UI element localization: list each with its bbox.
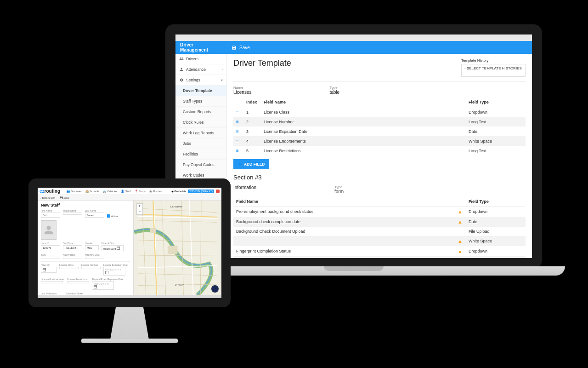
map-panel[interactable]: Lancaster LYNDON + − <box>133 201 221 295</box>
svg-rect-16 <box>150 228 156 233</box>
camera-dot <box>353 28 355 30</box>
restrictions-input[interactable] <box>67 281 89 283</box>
sidebar-item-attendance[interactable]: Attendance › <box>175 64 226 75</box>
drag-handle-icon[interactable]: ≡ <box>233 126 243 136</box>
table-row[interactable]: Fingerprint Completion Status▲Dropdown <box>233 246 526 256</box>
app-title-bar: Driver Management <box>175 41 227 54</box>
save-icon <box>232 45 237 50</box>
warning-icon: ▲ <box>455 207 466 217</box>
table-row[interactable]: ≡5License RestrictionsLong Text <box>233 146 526 155</box>
zoom-control: + − <box>136 203 143 215</box>
hourly-rate-input[interactable] <box>63 257 82 259</box>
table-row[interactable]: ≡2License NumberLong Text <box>233 117 526 126</box>
sidebar-label: Settings <box>186 78 200 82</box>
nav-stops[interactable]: 📍Stops <box>135 190 146 193</box>
user-menu-icon[interactable] <box>216 190 220 193</box>
col-field-type: Field Type <box>466 197 526 207</box>
drag-handle-icon[interactable]: ≡ <box>233 117 243 126</box>
section-3-title: Section #3 <box>233 174 526 181</box>
middle-name-input[interactable] <box>63 213 82 215</box>
sidebar-item-settings[interactable]: Settings ▾ <box>175 75 226 86</box>
name-label: Name <box>233 86 251 90</box>
app-title: Driver Management <box>180 42 222 52</box>
dob-input[interactable]: 03/19/1998 <box>102 245 124 251</box>
section3-type-value: form <box>334 189 344 194</box>
ssn-input[interactable] <box>41 257 60 259</box>
license-class-input[interactable] <box>59 267 79 269</box>
map-area-label: LYNDON <box>175 283 184 286</box>
gender-select[interactable]: Male <box>85 245 99 250</box>
page-title: Driver Template <box>233 58 291 68</box>
section3-name-value: Information <box>233 185 256 190</box>
drag-handle-icon[interactable]: ≡ <box>233 107 243 117</box>
sidebar-sub-custom-reports[interactable]: Custom Reports <box>175 107 226 117</box>
sidebar-item-drivers[interactable]: Drivers <box>175 54 226 64</box>
school-year-badge[interactable]: 2023-2024 (DEFAULT) <box>188 190 214 193</box>
save-button[interactable]: 💾 Save <box>60 196 69 199</box>
nav-staff[interactable]: 👤Staff <box>121 190 130 193</box>
warning-icon: ▲ <box>455 217 466 227</box>
sidebar-sub-clock-rules[interactable]: Clock Rules <box>175 117 226 128</box>
table-row[interactable]: ≡1License ClassDropdown <box>233 107 526 117</box>
table-row[interactable]: ▲White Space <box>233 236 526 246</box>
back-to-list-button[interactable]: ‹ Back to List <box>40 196 55 199</box>
guide-me-button[interactable]: ◉ Guide Me <box>171 190 187 193</box>
col-field-name: Field Name <box>233 197 455 207</box>
section-info: Information Type form Field Name Field T… <box>233 181 526 258</box>
active-checkbox[interactable]: Active <box>107 214 118 218</box>
nav-schools[interactable]: 🏫Schools <box>85 190 99 193</box>
browser-toolbar <box>175 34 532 41</box>
sidebar-label: Attendance <box>186 67 206 72</box>
sidebar-sub-worklog-reports[interactable]: Work Log Reports <box>175 128 226 138</box>
locate-button[interactable] <box>211 285 219 293</box>
zoom-in-button[interactable]: + <box>137 204 142 209</box>
physical-exp-input[interactable]: MM/DD/YYYY <box>92 281 114 290</box>
nav-routes[interactable]: 🛣Routes <box>149 190 162 193</box>
sidebar-sub-facilities[interactable]: Facilities <box>175 149 226 160</box>
warning-icon: ▲ <box>455 246 466 256</box>
type-label: Type <box>329 86 339 90</box>
section3-type-label: Type <box>334 185 344 189</box>
last-name-input[interactable]: Jones <box>85 213 104 218</box>
nav-students[interactable]: 👥Students <box>67 190 82 193</box>
license-number-input[interactable] <box>81 267 101 269</box>
table-row[interactable]: ≡4License EndorsementsWhite Space <box>233 136 526 146</box>
sidebar-sub-driver-template[interactable]: Driver Template <box>175 86 226 96</box>
staff-form: New Staff First NameBob Middle Name Last… <box>38 201 133 295</box>
table-row[interactable]: ≡3License Expiration DateDate <box>233 126 526 136</box>
drag-handle-icon[interactable]: ≡ <box>233 146 243 155</box>
table-row[interactable]: Background Check Document UploadFile Upl… <box>233 227 526 236</box>
map-canvas <box>134 201 221 295</box>
col-index: Index <box>243 98 261 107</box>
endorsements-input[interactable] <box>41 281 63 283</box>
section-licenses: Name Licenses Type table Index Field Nam… <box>233 81 526 169</box>
zoom-out-button[interactable]: − <box>137 209 142 214</box>
nav-vehicles[interactable]: 🚌Vehicles <box>103 190 117 193</box>
map-city-label: Lancaster <box>170 205 182 208</box>
licenses-table: Index Field Name Field Type ≡1License Cl… <box>233 98 526 155</box>
table-row[interactable]: Pre-employment background check status▲D… <box>233 207 526 217</box>
person-icon <box>44 225 54 235</box>
warning-icon: ▲ <box>455 236 466 246</box>
license-exp-input[interactable]: MM/DD/YYYY <box>103 267 125 276</box>
people-alt-icon <box>179 67 184 72</box>
people-icon <box>179 57 184 61</box>
staff-type-select[interactable]: - SELECT - <box>63 245 82 250</box>
table-row[interactable]: Background check completion date▲Date <box>233 217 526 227</box>
sidebar-sub-pay-object-codes[interactable]: Pay Object Codes <box>175 160 226 170</box>
gear-icon <box>179 78 184 82</box>
local-id-input[interactable]: 124779 <box>41 245 60 250</box>
first-name-input[interactable]: Bob <box>41 213 60 218</box>
sidebar-sub-jobs[interactable]: Jobs <box>175 138 226 149</box>
save-button[interactable]: Save <box>239 45 250 50</box>
add-field-button[interactable]: ＋ADD FIELD <box>233 159 269 169</box>
table-row[interactable]: Fingerprint Document UploadFile Upload <box>233 256 526 258</box>
sidebar-sub-staff-types[interactable]: Staff Types <box>175 96 226 107</box>
col-field-name: Field Name <box>261 98 466 107</box>
template-history-select[interactable]: - SELECT TEMPLATE HISTORIES - <box>461 64 526 77</box>
hired-on-input[interactable] <box>41 267 57 273</box>
sidebar-label: Drivers <box>186 57 198 61</box>
drag-handle-icon[interactable]: ≡ <box>233 136 243 146</box>
hire-date-input[interactable] <box>85 257 104 259</box>
avatar-placeholder[interactable] <box>41 220 57 240</box>
